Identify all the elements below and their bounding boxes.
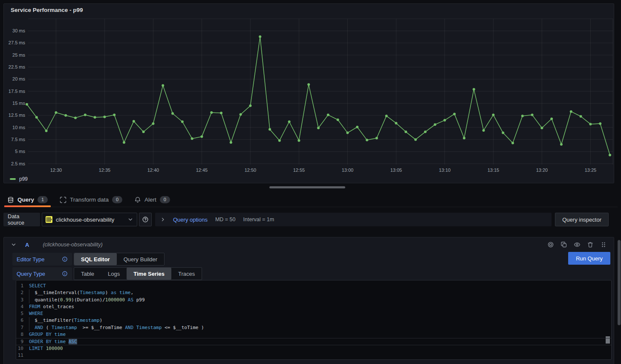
max-data-points-value: MD = 50 <box>215 217 236 222</box>
code-line-5[interactable]: 5WHERE <box>16 310 611 317</box>
query-type-option-logs[interactable]: Logs <box>101 268 127 280</box>
svg-text:30 ms: 30 ms <box>12 28 25 33</box>
eye-icon[interactable] <box>574 241 581 248</box>
code-line-9[interactable]: 9ORDER BY time ASC <box>16 338 611 345</box>
line-number: 11 <box>16 352 29 359</box>
editor-type-option-query-builder[interactable]: Query Builder <box>117 253 164 265</box>
svg-text:10 ms: 10 ms <box>12 125 25 130</box>
code-line-8[interactable]: 8GROUP BY time <box>16 331 611 338</box>
query-type-option-traces[interactable]: Traces <box>171 268 202 280</box>
svg-text:13:05: 13:05 <box>390 168 402 173</box>
tab-label: Query <box>17 196 34 203</box>
code-line-4[interactable]: 4FROM otel_traces <box>16 303 611 310</box>
svg-text:2.5 ms: 2.5 ms <box>11 161 26 166</box>
datasource-help-button[interactable] <box>139 213 152 226</box>
clickhouse-icon <box>46 216 52 223</box>
tab-count-badge: 0 <box>112 196 122 203</box>
svg-text:15 ms: 15 ms <box>12 101 25 106</box>
query-options-link[interactable]: Query options <box>173 217 208 223</box>
datasource-picker[interactable]: clickhouse-observability <box>42 213 137 226</box>
code-line-1[interactable]: 1SELECT <box>16 283 611 289</box>
disable-query-icon[interactable] <box>547 241 554 248</box>
svg-text:17.5 ms: 17.5 ms <box>9 89 26 94</box>
line-number: 1 <box>16 283 29 289</box>
tab-transform-data[interactable]: Transform data 0 <box>57 193 125 207</box>
svg-text:13:00: 13:00 <box>342 168 354 173</box>
editor-type-label-chip: Editor Type <box>12 253 72 266</box>
code-text: AND ( Timestamp >= $__fromTime AND Times… <box>29 324 204 331</box>
question-circle-icon <box>142 216 149 223</box>
line-number: 6 <box>16 317 29 324</box>
datasource-name: clickhouse-observability <box>56 217 124 223</box>
tab-count-badge: 0 <box>160 196 170 203</box>
svg-text:20 ms: 20 ms <box>12 76 25 81</box>
code-text: FROM otel_traces <box>29 303 74 310</box>
duplicate-icon[interactable] <box>560 241 567 248</box>
svg-text:25 ms: 25 ms <box>12 52 25 58</box>
code-line-11[interactable]: 11 <box>16 352 611 359</box>
bell-icon <box>134 196 141 203</box>
query-row-header[interactable]: A (clickhouse-observability) <box>4 237 614 252</box>
code-text: SELECT <box>29 283 46 289</box>
code-text: $__timeFilter(Timestamp) <box>29 317 102 324</box>
query-type-option-time-series[interactable]: Time Series <box>127 268 171 280</box>
query-type-label: Query Type <box>17 271 45 277</box>
page-scrollbar-thumb[interactable] <box>618 240 621 325</box>
datasource-label: Data source <box>3 213 40 226</box>
tab-label: Alert <box>144 196 156 203</box>
legend-item-p99[interactable]: p99 <box>10 176 28 182</box>
interval-value: Interval = 1m <box>243 217 274 222</box>
query-refid[interactable]: A <box>25 242 29 248</box>
code-line-2[interactable]: 2 $__timeInterval(Timestamp) as time, <box>16 289 611 296</box>
svg-text:12:35: 12:35 <box>99 168 111 173</box>
svg-text:27.5 ms: 27.5 ms <box>9 40 26 45</box>
legend-label: p99 <box>19 176 28 182</box>
line-number: 9 <box>16 338 29 344</box>
code-line-7[interactable]: 7 AND ( Timestamp >= $__fromTime AND Tim… <box>16 324 611 331</box>
line-number: 5 <box>16 310 29 317</box>
code-text: ORDER BY time ASC <box>29 338 77 344</box>
code-text: WHERE <box>29 310 43 317</box>
query-type-option-table[interactable]: Table <box>74 268 101 280</box>
query-editor-card: A (clickhouse-observability) Editor Type… <box>3 237 614 364</box>
tab-alert[interactable]: Alert 0 <box>131 193 173 207</box>
timeseries-chart[interactable]: 2.5 ms5 ms7.5 ms10 ms12.5 ms15 ms17.5 ms… <box>4 4 614 183</box>
svg-text:12:50: 12:50 <box>245 168 257 173</box>
panel-title[interactable]: Service Performance - p99 <box>11 7 83 13</box>
legend-swatch <box>10 178 16 180</box>
horizontal-scrollbar-thumb[interactable] <box>269 186 345 188</box>
code-line-10[interactable]: 10LIMIT 100000 <box>16 345 611 352</box>
editor-type-option-sql-editor[interactable]: SQL Editor <box>74 253 117 265</box>
code-text: GROUP BY time <box>29 331 66 338</box>
svg-text:12.5 ms: 12.5 ms <box>9 113 26 118</box>
line-number: 10 <box>16 345 29 352</box>
query-type-label-chip: Query Type <box>12 267 72 280</box>
code-line-6[interactable]: 6 $__timeFilter(Timestamp) <box>16 317 611 324</box>
tab-query[interactable]: Query 1 <box>4 193 51 207</box>
line-number: 7 <box>16 324 29 331</box>
code-text: quantile(0.99)(Duration)/1000000 AS p99 <box>29 297 145 303</box>
code-line-3[interactable]: 3 quantile(0.99)(Duration)/1000000 AS p9… <box>16 297 611 303</box>
collapse-query-icon[interactable] <box>11 242 17 248</box>
editor-type-row: Editor Type SQL EditorQuery Builder <box>12 253 165 266</box>
svg-text:13:10: 13:10 <box>439 168 451 173</box>
chevron-down-icon <box>127 217 133 222</box>
svg-text:5 ms: 5 ms <box>15 149 25 154</box>
timeseries-panel: Service Performance - p99 2.5 ms5 ms7.5 … <box>3 3 614 183</box>
run-query-button[interactable]: Run Query <box>568 252 610 265</box>
query-inspector-button[interactable]: Query inspector <box>555 213 609 226</box>
trash-icon[interactable] <box>587 241 594 248</box>
datasource-row: Data source clickhouse-observability Que… <box>3 213 614 226</box>
svg-text:7.5 ms: 7.5 ms <box>11 137 26 142</box>
drag-handle-icon[interactable] <box>600 241 607 248</box>
svg-text:12:55: 12:55 <box>293 168 305 173</box>
sql-code-editor[interactable]: 1SELECT2 $__timeInterval(Timestamp) as t… <box>16 280 612 360</box>
line-number: 4 <box>16 303 29 310</box>
info-circle-icon[interactable] <box>62 256 68 262</box>
query-type-switch: TableLogsTime SeriesTraces <box>74 267 202 280</box>
svg-text:13:25: 13:25 <box>585 168 597 173</box>
editor-type-label: Editor Type <box>17 256 45 263</box>
query-options-toggle[interactable]: Query options MD = 50 Interval = 1m <box>155 213 552 226</box>
tab-count-badge: 1 <box>38 196 48 203</box>
info-circle-icon[interactable] <box>62 271 68 277</box>
